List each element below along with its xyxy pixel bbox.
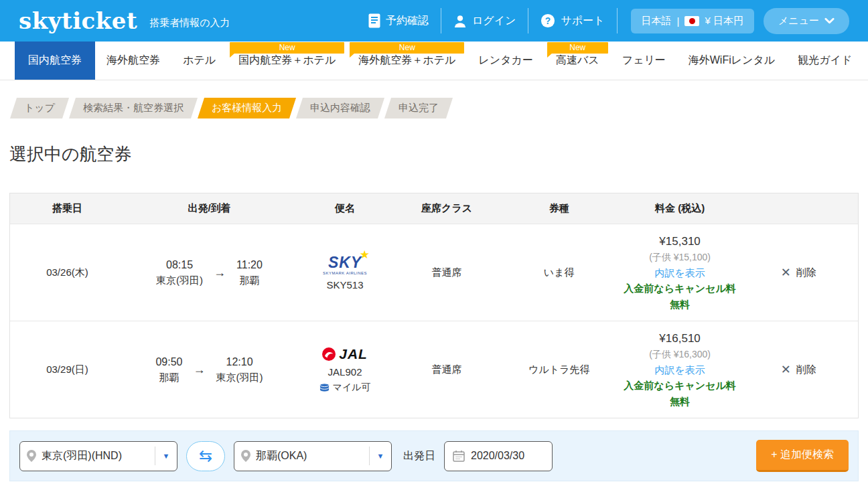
document-icon bbox=[368, 13, 380, 28]
price-cell: ¥16,510 (子供 ¥16,300) 内訳を表示 入金前ならキャンセル料無料 bbox=[620, 330, 739, 409]
nav-highway-bus[interactable]: New 高速バス bbox=[545, 42, 611, 80]
language-label: 日本語 bbox=[642, 15, 672, 27]
col-header-flight: 便名 bbox=[294, 193, 396, 224]
nav-label: 海外航空券＋ホテル bbox=[358, 54, 455, 68]
app-header: skyticket 搭乗者情報の入力 予約確認 ログイン ? サポート 日本語 … bbox=[0, 0, 868, 42]
breadcrumb-label: お客様情報入力 bbox=[212, 102, 282, 114]
nav-hotel[interactable]: ホテル bbox=[171, 42, 227, 80]
divider bbox=[617, 8, 618, 33]
arrival-stop: 11:20 那覇 bbox=[236, 257, 263, 289]
breakdown-link[interactable]: 内訳を表示 bbox=[620, 362, 739, 378]
arrival-city: 東京(羽田) bbox=[216, 370, 263, 386]
origin-value: 東京(羽田)(HND) bbox=[42, 449, 155, 463]
flight-cell: SKY ★ SKYMARK AIRLINES SKY513 bbox=[294, 255, 396, 291]
breadcrumb-top[interactable]: トップ bbox=[10, 98, 69, 118]
airline-name: SKY bbox=[328, 254, 362, 271]
location-pin-icon bbox=[241, 450, 250, 462]
departure-stop: 08:15 東京(羽田) bbox=[156, 257, 203, 289]
jal-crane-icon bbox=[322, 347, 336, 361]
nav-label: 高速バス bbox=[556, 54, 599, 68]
location-pin-icon bbox=[27, 450, 36, 462]
japan-flag-icon bbox=[684, 16, 699, 26]
route-cell: 08:15 東京(羽田) → 11:20 那覇 bbox=[125, 257, 294, 289]
col-header-date: 搭乗日 bbox=[10, 193, 125, 224]
breadcrumb: トップ 検索結果・航空券選択 お客様情報入力 申込内容確認 申込完了 bbox=[13, 98, 868, 118]
departure-city: 東京(羽田) bbox=[156, 273, 203, 289]
new-badge: New bbox=[547, 42, 608, 54]
col-header-seat-class: 座席クラス bbox=[396, 193, 498, 224]
nav-international-flights[interactable]: 海外航空券 bbox=[95, 42, 171, 80]
nav-label: 海外航空券 bbox=[106, 54, 160, 68]
selected-tickets-table: 搭乗日 出発/到着 便名 座席クラス 券種 料金 (税込) 03/26(木) 0… bbox=[9, 193, 859, 418]
calendar-icon bbox=[453, 450, 465, 462]
breadcrumb-search-results[interactable]: 検索結果・航空券選択 bbox=[69, 98, 198, 118]
breakdown-link[interactable]: 内訳を表示 bbox=[620, 265, 739, 280]
nav-sightseeing-guide[interactable]: 観光ガイド bbox=[786, 42, 863, 80]
delete-button[interactable]: ✕ 削除 bbox=[781, 265, 816, 280]
nav-international-flight-hotel[interactable]: New 海外航空券＋ホテル bbox=[347, 42, 467, 80]
page-title: 選択中の航空券 bbox=[9, 143, 868, 166]
login-link[interactable]: ログイン bbox=[441, 14, 528, 28]
airline-caption: SKYMARK AIRLINES bbox=[323, 271, 367, 275]
menu-label: メニュー bbox=[778, 15, 819, 27]
nav-ferry[interactable]: フェリー bbox=[611, 42, 677, 80]
arrival-stop: 12:10 東京(羽田) bbox=[216, 354, 263, 386]
locale-separator: | bbox=[677, 15, 680, 27]
origin-select[interactable]: 東京(羽田)(HND) ▼ bbox=[19, 441, 177, 471]
arrival-city: 那覇 bbox=[236, 273, 263, 289]
nav-others[interactable]: その他 bbox=[863, 42, 868, 80]
currency-label: ¥ 日本円 bbox=[705, 15, 743, 27]
mileage-coins-icon bbox=[319, 383, 330, 392]
delete-button[interactable]: ✕ 削除 bbox=[781, 362, 816, 377]
seat-class: 普通席 bbox=[396, 266, 498, 279]
flight-number: SKY513 bbox=[327, 279, 364, 291]
departure-stop: 09:50 那覇 bbox=[155, 354, 182, 386]
nav-domestic-flights[interactable]: 国内航空券 bbox=[15, 42, 95, 80]
breadcrumb-complete: 申込完了 bbox=[384, 98, 453, 118]
breadcrumb-customer-info: お客様情報入力 bbox=[198, 98, 296, 118]
price: ¥16,510 bbox=[620, 330, 739, 347]
nav-domestic-flight-hotel[interactable]: New 国内航空券＋ホテル bbox=[227, 42, 347, 80]
star-icon: ★ bbox=[360, 249, 370, 260]
nav-label: 海外WiFiレンタル bbox=[689, 54, 775, 68]
menu-button[interactable]: メニュー bbox=[764, 8, 849, 34]
swap-icon: ⇆ bbox=[199, 448, 212, 464]
cancel-free-note: 入金前ならキャンセル料無料 bbox=[620, 280, 739, 312]
breadcrumb-label: 申込完了 bbox=[399, 102, 439, 114]
nav-label: 国内航空券 bbox=[28, 54, 82, 68]
boarding-date: 03/26(木) bbox=[10, 266, 125, 279]
departure-date-input[interactable]: 2020/03/30 bbox=[444, 441, 553, 471]
col-header-price: 料金 (税込) bbox=[620, 193, 739, 224]
add-flight-search-bar: 東京(羽田)(HND) ▼ ⇆ 那覇(OKA) ▼ 出発日 2020/03/30… bbox=[9, 430, 859, 481]
price-cell: ¥15,310 (子供 ¥15,100) 内訳を表示 入金前ならキャンセル料無料 bbox=[620, 233, 739, 312]
delete-cell: ✕ 削除 bbox=[739, 265, 858, 280]
page-subtitle: 搭乗者情報の入力 bbox=[149, 17, 230, 29]
main-nav: 国内航空券 海外航空券 ホテル New 国内航空券＋ホテル New 海外航空券＋… bbox=[0, 42, 868, 80]
departure-date-value: 2020/03/30 bbox=[471, 450, 524, 462]
nav-label: レンタカー bbox=[478, 54, 533, 68]
locale-currency-selector[interactable]: 日本語 | ¥ 日本円 bbox=[631, 9, 754, 33]
jal-logo: JAL bbox=[322, 346, 368, 362]
breadcrumb-label: 検索結果・航空券選択 bbox=[83, 102, 184, 114]
child-price: (子供 ¥16,300) bbox=[620, 347, 739, 362]
departure-city: 那覇 bbox=[155, 370, 182, 386]
support-link[interactable]: ? サポート bbox=[528, 13, 616, 28]
delete-label: 削除 bbox=[796, 364, 816, 376]
boarding-date: 03/29(日) bbox=[10, 364, 125, 376]
new-badge: New bbox=[230, 42, 344, 54]
destination-select[interactable]: 那覇(OKA) ▼ bbox=[234, 441, 392, 471]
fare-type: ウルトラ先得 bbox=[498, 364, 621, 376]
add-flight-search-button[interactable]: + 追加便検索 bbox=[756, 440, 849, 472]
header-actions: 予約確認 ログイン ? サポート 日本語 | ¥ 日本円 メニュー bbox=[356, 8, 849, 34]
nav-rental-car[interactable]: レンタカー bbox=[467, 42, 545, 80]
booking-check-link[interactable]: 予約確認 bbox=[356, 13, 441, 28]
delete-cell: ✕ 削除 bbox=[739, 362, 858, 377]
swap-airports-button[interactable]: ⇆ bbox=[186, 441, 225, 471]
table-header-row: 搭乗日 出発/到着 便名 座席クラス 券種 料金 (税込) bbox=[10, 193, 858, 224]
chevron-down-icon bbox=[824, 17, 835, 24]
dropdown-arrow-icon: ▼ bbox=[370, 452, 391, 460]
nav-label: 観光ガイド bbox=[798, 54, 852, 68]
new-badge: New bbox=[350, 42, 464, 54]
skyticket-logo[interactable]: skyticket bbox=[19, 7, 137, 34]
nav-wifi-rental[interactable]: 海外WiFiレンタル bbox=[677, 42, 786, 80]
